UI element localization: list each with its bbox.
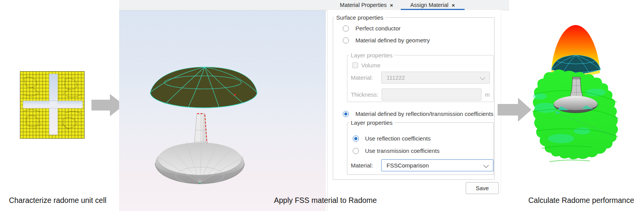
radio-material-by-geometry[interactable] xyxy=(343,37,349,44)
tab-assign-material[interactable]: Assign Material✕ xyxy=(401,0,465,10)
thickness-unit: m xyxy=(485,91,490,98)
radome-assembly-view xyxy=(119,10,326,211)
tab-label: Assign Material xyxy=(410,2,448,8)
close-icon[interactable]: ✕ xyxy=(451,3,455,8)
viewport-3d[interactable] xyxy=(119,10,326,211)
selection-marker xyxy=(234,94,236,95)
save-button[interactable]: Save xyxy=(466,182,499,194)
radiation-pattern-image xyxy=(503,15,644,196)
thickness-input-disabled xyxy=(382,89,481,100)
tab-material-properties[interactable]: Material Properties✕ xyxy=(334,0,400,10)
caption-step3: Calculate Radome performance xyxy=(528,196,629,205)
radio-label: Use transmission coefficients xyxy=(365,147,440,154)
tab-label: Material Properties xyxy=(340,2,387,8)
material-value: 111222 xyxy=(387,74,405,81)
volume-label: Volume xyxy=(361,62,380,69)
material-dropdown-disabled: 111222 xyxy=(381,72,490,84)
group-title: Layer properties xyxy=(349,52,394,59)
material-label: Material: xyxy=(351,74,373,81)
radio-label: Perfect conductor xyxy=(355,25,401,32)
close-icon[interactable]: ✕ xyxy=(390,3,393,8)
volume-checkbox xyxy=(352,62,358,68)
caption-step2: Apply FSS material to Radome xyxy=(274,196,374,205)
material-value: FSSComparison xyxy=(387,162,429,169)
radio-perfect-conductor[interactable] xyxy=(343,25,349,32)
radio-use-transmission[interactable] xyxy=(353,148,359,154)
thickness-label: Thickness: xyxy=(351,91,378,98)
material-dropdown[interactable]: FSSComparison xyxy=(381,159,493,171)
caption-step1: Characterize radome unit cell xyxy=(8,196,108,205)
radio-use-reflection[interactable] xyxy=(353,136,359,142)
group-title: Surface properties xyxy=(334,14,385,21)
radio-material-by-coefficients[interactable] xyxy=(343,111,349,117)
material-label: Material: xyxy=(351,162,373,169)
chevron-down-icon xyxy=(480,75,485,80)
unit-cell-image xyxy=(20,71,85,139)
reflector-dish xyxy=(155,141,244,184)
radio-label: Use reflection coefficients xyxy=(365,135,431,142)
radio-label: Material defined by geometry xyxy=(355,37,430,44)
group-title: Layer properties xyxy=(349,119,394,126)
radome-dome xyxy=(150,67,257,108)
workflow-figure: Material Properties✕ Assign Material✕ Su… xyxy=(0,0,644,211)
radio-label: Material defined by reflection/transmiss… xyxy=(355,111,493,117)
chevron-down-icon xyxy=(483,162,489,168)
